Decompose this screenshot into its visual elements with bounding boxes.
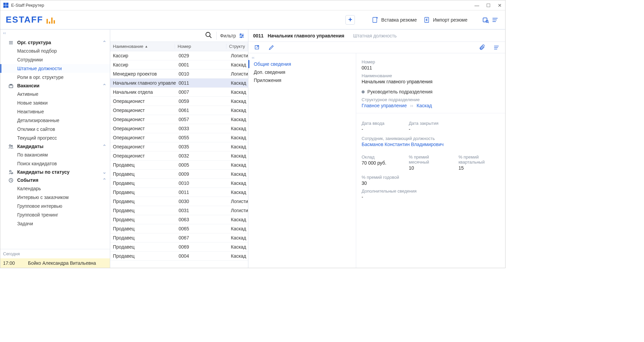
- table-row[interactable]: Продавец0004Каскад: [110, 252, 248, 261]
- cell-struct: Каскад: [228, 126, 248, 131]
- nav-item-mass-hiring[interactable]: Массовый подбор: [0, 47, 110, 55]
- nav-item-detailed[interactable]: Детализированные: [0, 116, 110, 125]
- detail-panel: 0011 Начальник главного управления Штатн…: [248, 30, 505, 268]
- tab-additional[interactable]: Доп. сведения: [248, 68, 356, 76]
- table-row[interactable]: Продавец0011Каскад: [110, 188, 248, 197]
- filter-button[interactable]: Фильтр: [217, 33, 248, 39]
- value-date-close: -: [409, 126, 442, 132]
- nav-item-search-candidates[interactable]: Поиск кандидатов: [0, 159, 110, 168]
- nav-group-org[interactable]: Орг. структура ⌃: [0, 38, 110, 47]
- svg-line-20: [210, 36, 212, 38]
- close-button[interactable]: ✕: [497, 3, 502, 8]
- add-button[interactable]: +: [345, 15, 355, 25]
- nav-item-calendar[interactable]: Календарь: [0, 184, 110, 193]
- nav-group-vacancies[interactable]: Вакансии ⌃: [0, 82, 110, 90]
- table-row[interactable]: Продавец0005Каскад: [110, 161, 248, 170]
- detail-menu-button[interactable]: [492, 43, 501, 52]
- maximize-button[interactable]: ☐: [486, 3, 491, 8]
- svg-point-19: [206, 32, 210, 37]
- search-button[interactable]: [201, 31, 216, 40]
- cell-number: 0010: [176, 180, 228, 186]
- sidebar-collapse[interactable]: ‹‹: [0, 30, 110, 38]
- table-row[interactable]: Кассир0001Каскад: [110, 60, 248, 69]
- today-section: Сегодня 17:00 Бойко Александра Витальевн…: [0, 249, 110, 268]
- cell-struct: Каскад: [228, 253, 248, 259]
- cell-number: 0032: [176, 153, 228, 159]
- table-row[interactable]: Операционист0033Каскад: [110, 124, 248, 133]
- value-employee-link[interactable]: Басманов Константин Владимирович: [362, 142, 500, 147]
- import-resume-button[interactable]: Импорт резюме: [420, 15, 471, 25]
- table-row[interactable]: Операционист0035Каскад: [110, 142, 248, 151]
- nav-item-inactive[interactable]: Неактивные: [0, 107, 110, 116]
- nav-item-group-interview[interactable]: Групповое интервью: [0, 202, 110, 210]
- cell-name: Продавец: [110, 244, 176, 250]
- nav-item-group-training[interactable]: Групповой тренинг: [0, 210, 110, 219]
- briefcase-icon: [8, 83, 14, 88]
- table-row[interactable]: Операционист0059Каскад: [110, 97, 248, 106]
- tab-attachments[interactable]: Приложения: [248, 76, 356, 84]
- menu-button[interactable]: [490, 15, 500, 25]
- nav-item-progress[interactable]: Текущий прогресс: [0, 134, 110, 142]
- table-row[interactable]: Операционист0061Каскад: [110, 106, 248, 115]
- minimize-button[interactable]: —: [474, 3, 480, 8]
- table-row[interactable]: Продавец0069Каскад: [110, 243, 248, 252]
- insert-resume-label: Вставка резюме: [381, 17, 417, 23]
- insert-resume-button[interactable]: Вставка резюме: [368, 15, 420, 25]
- table-row[interactable]: Продавец0010Каскад: [110, 179, 248, 188]
- attachment-button[interactable]: [478, 43, 487, 52]
- table-row[interactable]: Продавец0030Логисти: [110, 197, 248, 206]
- column-name[interactable]: Наименование▲: [110, 44, 175, 49]
- open-external-button[interactable]: [252, 43, 262, 52]
- cell-number: 0011: [176, 190, 228, 195]
- edit-button[interactable]: [267, 43, 276, 52]
- nav-item-org-roles[interactable]: Роли в орг. структуре: [0, 73, 110, 82]
- struct-main-link[interactable]: Главное управление: [362, 103, 407, 108]
- nav-group-candidates[interactable]: Кандидаты ⌃: [0, 142, 110, 150]
- cell-number: 0031: [176, 208, 228, 213]
- table-row[interactable]: Начальник отдела0007Каскад: [110, 88, 248, 97]
- table-row[interactable]: Операционист0032Каскад: [110, 151, 248, 161]
- cell-struct: Каскад: [228, 135, 248, 140]
- nav-item-staff-positions[interactable]: Штатные должности: [0, 64, 110, 73]
- table-row[interactable]: Менеджер проектов0010Логисти: [110, 69, 248, 79]
- table-row[interactable]: Продавец0067Каскад: [110, 233, 248, 243]
- search-global-button[interactable]: [481, 15, 490, 25]
- table-row[interactable]: Продавец0065Каскад: [110, 224, 248, 233]
- cell-name: Продавец: [110, 180, 176, 186]
- nav-group-events[interactable]: События ⌃: [0, 176, 110, 184]
- column-structure[interactable]: Структу: [226, 44, 248, 49]
- table-body[interactable]: Кассир0029ЛогистиКассир0001КаскадМенедже…: [110, 51, 248, 268]
- value-salary: 70 000 руб.: [362, 160, 395, 166]
- cell-struct: Каскад: [228, 62, 248, 67]
- tab-general[interactable]: Общие сведения: [248, 60, 356, 68]
- table-row[interactable]: Начальник главного управле0011Каскад: [110, 79, 248, 88]
- nav-item-new-requests[interactable]: Новые заявки: [0, 98, 110, 107]
- nav-item-client-interview[interactable]: Интервью с заказчиком: [0, 193, 110, 202]
- detail-subtitle: Штатная должность: [353, 33, 397, 38]
- table-row[interactable]: Кассир0029Логисти: [110, 51, 248, 60]
- detail-properties: Номер 0011 Наименование Начальник главно…: [356, 53, 505, 268]
- table-row[interactable]: Продавец0031Логисти: [110, 206, 248, 215]
- table-row[interactable]: Операционист0057Каскад: [110, 115, 248, 124]
- cell-name: Менеджер проектов: [110, 71, 176, 77]
- struct-company-link[interactable]: Каскад: [417, 103, 432, 108]
- nav-item-active[interactable]: Активные: [0, 90, 110, 98]
- column-number[interactable]: Номер: [175, 44, 226, 49]
- label-employee: Сотрудник, занимающий должность: [362, 136, 500, 141]
- cell-name: Продавец: [110, 171, 176, 177]
- today-event[interactable]: 17:00 Бойко Александра Витальевна: [0, 258, 110, 268]
- nav-item-tasks[interactable]: Задачи: [0, 219, 110, 228]
- cell-number: 0010: [176, 71, 228, 77]
- nav-item-by-vacancy[interactable]: По вакансиям: [0, 150, 110, 159]
- nav-item-site-responses[interactable]: Отклики с сайтов: [0, 125, 110, 134]
- table-row[interactable]: Продавец0063Каскад: [110, 215, 248, 224]
- nav-group-candidates-status[interactable]: Кандидаты по статусу ⌄: [0, 168, 110, 176]
- tabs-collapse[interactable]: ‹‹: [248, 55, 356, 60]
- table-row[interactable]: Операционист0055Каскад: [110, 133, 248, 142]
- nav-item-employees[interactable]: Сотрудники: [0, 55, 110, 64]
- breadcrumb-sep-icon: ››: [410, 103, 413, 108]
- cell-number: 0067: [176, 235, 228, 240]
- nav-group-label: Кандидаты по статусу: [17, 169, 102, 175]
- table-row[interactable]: Продавец0009Каскад: [110, 170, 248, 179]
- cell-name: Продавец: [110, 199, 176, 204]
